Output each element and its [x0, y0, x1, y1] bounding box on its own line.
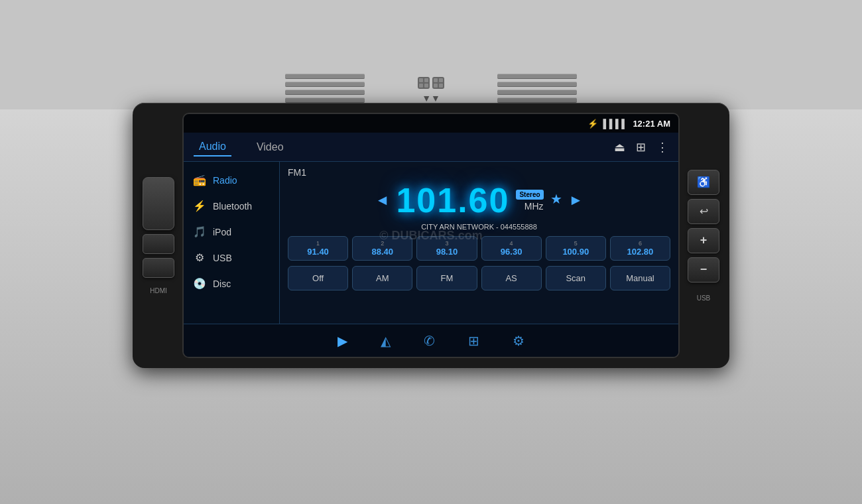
preset-num-4: 4	[485, 240, 538, 247]
bluetooth-icon: ⚡	[587, 119, 598, 129]
left-controls: HDMI	[143, 177, 174, 294]
disc-icon: 💿	[193, 277, 206, 290]
controls-row: OffAMFMASScanManual	[288, 266, 670, 290]
sidebar-item-disc[interactable]: 💿 Disc	[184, 271, 279, 296]
preset-freq-2: 88.40	[355, 247, 409, 257]
sidebar-radio-label: Radio	[213, 175, 237, 186]
vent-slat	[497, 97, 577, 103]
preset-button-6[interactable]: 6102.80	[610, 236, 670, 261]
preset-freq-6: 102.80	[613, 247, 667, 257]
preset-freq-5: 100.90	[549, 247, 603, 257]
station-name: CITY ARN NETWORK - 044555888	[288, 223, 670, 231]
preset-num-6: 6	[613, 240, 667, 247]
slot-button-2[interactable]	[143, 258, 174, 278]
mhz-label: MHz	[524, 201, 544, 212]
control-button-off[interactable]: Off	[288, 266, 348, 290]
right-vent	[497, 74, 577, 103]
radio-icon: 📻	[193, 174, 206, 186]
more-options-icon[interactable]: ⋮	[656, 140, 668, 155]
control-button-scan[interactable]: Scan	[546, 266, 606, 290]
prev-frequency-button[interactable]: ◄	[375, 192, 390, 209]
back-icon: ↩	[700, 205, 708, 218]
status-bar: ⚡ ▌▌▌▌ 12:21 AM	[184, 114, 678, 133]
preset-num-2: 2	[355, 240, 409, 247]
vent-slat	[285, 97, 365, 103]
source-sidebar: 📻 Radio ⚡ Bluetooth 🎵 iPod ⚙ USB	[184, 162, 280, 324]
frequency-display: 101.60	[396, 180, 509, 220]
frequency-row: ◄ 101.60 Stereo MHz ★ ►	[288, 180, 670, 220]
preset-num-3: 3	[420, 240, 473, 247]
infotainment-screen[interactable]: © DUBICARS.com ⚡ ▌▌▌▌ 12:21 AM Audio Vid…	[182, 113, 680, 358]
bottom-nav-navigation[interactable]: ◭	[381, 333, 391, 349]
signal-bars-icon: ▌▌▌▌	[603, 119, 628, 129]
preset-freq-1: 91.40	[291, 247, 345, 257]
bottom-navigation: ▶ ◭ ✆ ⊞ ⚙	[184, 324, 678, 357]
minus-icon: −	[700, 263, 708, 277]
preset-button-3[interactable]: 398.10	[416, 236, 477, 261]
nav-tabs: Audio Video ⏏ ⊞ ⋮	[184, 133, 678, 162]
tab-icons: ⏏ ⊞ ⋮	[614, 140, 668, 155]
sidebar-item-radio[interactable]: 📻 Radio	[184, 167, 279, 193]
sidebar-ipod-label: iPod	[213, 227, 231, 237]
right-btn-back[interactable]: ↩	[688, 199, 719, 224]
next-frequency-button[interactable]: ►	[569, 192, 584, 209]
band-label: FM1	[288, 167, 670, 178]
usb-label: USB	[697, 294, 711, 302]
left-vent	[285, 74, 365, 103]
right-controls: ♿ ↩ + − USB	[688, 170, 719, 302]
vent-slat	[285, 90, 365, 95]
slot-button[interactable]	[143, 234, 174, 254]
sidebar-item-ipod[interactable]: 🎵 iPod	[184, 219, 279, 245]
car-background: ▼▼ HDMI © DUBICARS.com ⚡ ▌▌▌▌	[0, 0, 862, 504]
sidebar-item-usb[interactable]: ⚙ USB	[184, 245, 279, 271]
top-vents-area: ▼▼	[0, 0, 862, 109]
control-button-as[interactable]: AS	[481, 266, 542, 290]
preset-button-2[interactable]: 288.40	[352, 236, 412, 261]
eject-icon[interactable]: ⏏	[614, 140, 625, 155]
equalizer-icon[interactable]: ⊞	[636, 140, 646, 155]
plus-icon: +	[700, 233, 708, 247]
right-btn-plus[interactable]: +	[688, 228, 719, 253]
preset-button-1[interactable]: 191.40	[288, 236, 348, 261]
favorite-star-icon[interactable]: ★	[550, 191, 562, 207]
vent-arrow: ▼▼	[422, 94, 440, 103]
vent-slat	[285, 74, 365, 79]
right-btn-minus[interactable]: −	[688, 257, 719, 283]
preset-freq-3: 98.10	[420, 247, 473, 257]
sidebar-usb-label: USB	[213, 253, 232, 263]
stereo-badge: Stereo	[516, 190, 543, 200]
vent-slat	[285, 82, 365, 87]
bottom-nav-play[interactable]: ▶	[338, 333, 347, 349]
hdmi-label: HDMI	[150, 287, 167, 294]
bluetooth-sidebar-icon: ⚡	[193, 200, 206, 212]
head-unit: HDMI © DUBICARS.com ⚡ ▌▌▌▌ 12:21 AM Audi…	[133, 103, 729, 368]
person-icon: ♿	[697, 176, 710, 188]
radio-display: FM1 ◄ 101.60 Stereo MHz ★ ► CITY ARN NET…	[280, 162, 678, 324]
preset-freq-4: 96.30	[485, 247, 538, 257]
vent-slat	[497, 90, 577, 95]
bottom-nav-settings[interactable]: ⚙	[513, 333, 524, 349]
control-button-fm[interactable]: FM	[416, 266, 477, 290]
vent-slat	[497, 74, 577, 79]
preset-num-5: 5	[549, 240, 603, 247]
usb-sidebar-icon: ⚙	[193, 251, 206, 264]
bottom-nav-apps[interactable]: ⊞	[468, 333, 479, 349]
presets-row: 191.40288.40398.10496.305100.906102.80	[288, 236, 670, 261]
screen-content: 📻 Radio ⚡ Bluetooth 🎵 iPod ⚙ USB	[184, 162, 678, 324]
vent-slat	[497, 82, 577, 87]
clock: 12:21 AM	[633, 119, 670, 129]
control-button-am[interactable]: AM	[352, 266, 412, 290]
bottom-nav-phone[interactable]: ✆	[424, 333, 435, 349]
preset-button-5[interactable]: 5100.90	[546, 236, 606, 261]
sidebar-item-bluetooth[interactable]: ⚡ Bluetooth	[184, 193, 279, 219]
center-vent: ▼▼	[418, 77, 444, 103]
control-button-manual[interactable]: Manual	[610, 266, 670, 290]
right-btn-person[interactable]: ♿	[688, 170, 719, 195]
tab-audio[interactable]: Audio	[194, 138, 231, 157]
preset-button-4[interactable]: 496.30	[481, 236, 542, 261]
tab-video[interactable]: Video	[251, 139, 289, 156]
sidebar-disc-label: Disc	[213, 279, 231, 289]
sidebar-bluetooth-label: Bluetooth	[213, 201, 252, 212]
preset-num-1: 1	[291, 240, 345, 247]
volume-knob[interactable]	[143, 177, 174, 230]
